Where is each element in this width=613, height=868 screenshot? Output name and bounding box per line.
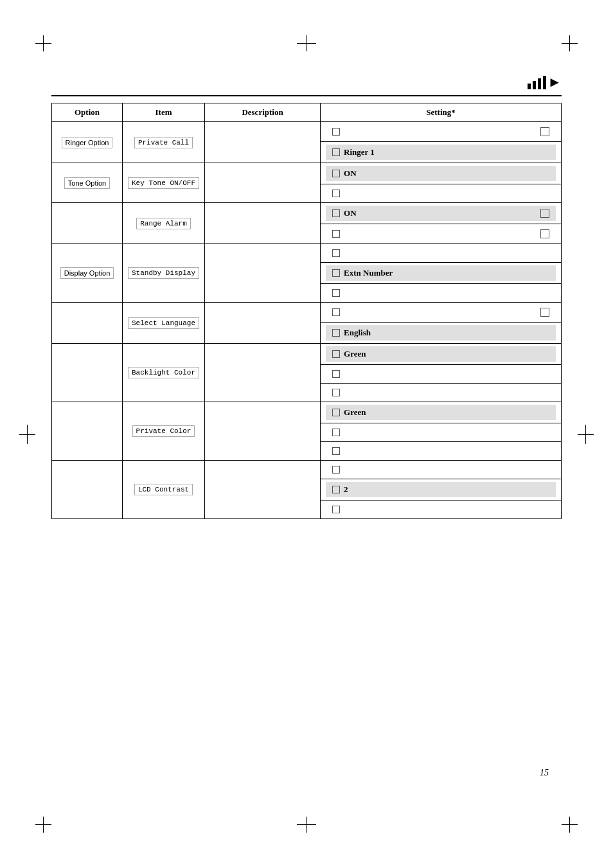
setting-entry xyxy=(326,368,556,380)
checkbox-keytone-1 xyxy=(332,170,340,177)
checkbox-ringer-2 xyxy=(332,148,340,156)
option-label-ringer: Ringer Option xyxy=(62,137,113,148)
side-mark-left xyxy=(19,425,35,444)
checkbox-lcd-3 xyxy=(332,506,340,513)
setting-entry xyxy=(326,227,556,241)
setting-entry xyxy=(326,426,556,439)
corner-mark-br xyxy=(558,813,578,833)
logo-bar-4 xyxy=(543,76,546,89)
cell-setting-standby-3 xyxy=(321,284,562,303)
setting-entry-highlighted: Ringer 1 xyxy=(326,145,556,160)
cell-option-backlight-empty xyxy=(52,344,123,402)
setting-entry xyxy=(326,386,556,399)
center-mark-bottom xyxy=(297,817,316,833)
checkbox-backlight-3 xyxy=(332,389,340,396)
center-mark-top xyxy=(297,35,316,51)
cell-setting-lcd-3 xyxy=(321,500,562,519)
cell-desc-rangealarm xyxy=(205,203,321,244)
setting-entry-highlighted: Extn Number xyxy=(326,265,556,281)
cell-setting-lcd-1 xyxy=(321,461,562,479)
item-label-language: Select Language xyxy=(128,317,199,329)
setting-label-range-on: ON xyxy=(344,208,357,218)
cell-setting-lang-2: English xyxy=(321,323,562,344)
cell-setting-standby-2: Extn Number xyxy=(321,263,562,284)
setting-entry xyxy=(326,305,556,319)
corner-mark-tr xyxy=(558,35,578,55)
cell-setting-private-call-2: Ringer 1 xyxy=(321,142,562,163)
setting-label-green-backlight: Green xyxy=(344,349,366,359)
item-label-backlight: Backlight Color xyxy=(128,367,199,378)
page-number: 15 xyxy=(540,768,549,778)
cell-desc-standby xyxy=(205,244,321,303)
options-table: Option Item Description Setting* Ringer … xyxy=(51,103,562,519)
checkbox-backlight-2 xyxy=(332,370,340,378)
logo-bars xyxy=(528,76,546,89)
checkbox-lang-1 xyxy=(332,308,340,316)
setting-label-extn: Extn Number xyxy=(344,268,393,278)
setting-label-green-private: Green xyxy=(344,407,366,418)
cell-item-language: Select Language xyxy=(123,303,205,344)
setting-label-lcd-2: 2 xyxy=(344,484,348,495)
table-row: Display Option Standby Display xyxy=(52,244,562,263)
logo-bar-1 xyxy=(528,84,531,89)
setting-label-ringer-1: Ringer 1 xyxy=(344,147,375,157)
corner-mark-bl xyxy=(35,813,55,833)
setting-entry xyxy=(326,187,556,200)
setting-entry xyxy=(326,503,556,516)
checkbox-right-ringer-1 xyxy=(540,127,549,136)
cell-item-rangealarm: Range Alarm xyxy=(123,203,205,244)
cell-item-private-call: Private Call xyxy=(123,122,205,163)
setting-entry-highlighted: Green xyxy=(326,405,556,420)
table-row: LCD Contrast xyxy=(52,461,562,479)
item-label-keytone: Key Tone ON/OFF xyxy=(128,177,199,189)
cell-setting-range-1: ON xyxy=(321,203,562,224)
table-row: Tone Option Key Tone ON/OFF ON xyxy=(52,163,562,184)
header-description: Description xyxy=(205,103,321,122)
checkbox-right-range-1 xyxy=(540,209,549,218)
setting-entry xyxy=(326,445,556,457)
cell-desc-private-call xyxy=(205,122,321,163)
cell-desc-language xyxy=(205,303,321,344)
cell-setting-backlight-1: Green xyxy=(321,344,562,365)
cell-option-tone: Tone Option xyxy=(52,163,123,203)
option-label-display: Display Option xyxy=(60,267,114,279)
cell-setting-private-call-1 xyxy=(321,122,562,142)
cell-option-lang-empty xyxy=(52,303,123,344)
setting-entry-highlighted: Green xyxy=(326,346,556,362)
cell-setting-private-color-2 xyxy=(321,423,562,442)
table-row: Ringer Option Private Call xyxy=(52,122,562,142)
checkbox-private-color-2 xyxy=(332,429,340,436)
cell-item-lcd: LCD Contrast xyxy=(123,461,205,519)
setting-entry xyxy=(326,287,556,299)
cell-desc-private-color xyxy=(205,402,321,461)
option-label-tone: Tone Option xyxy=(64,177,110,189)
checkbox-standby-3 xyxy=(332,289,340,297)
table-row: Backlight Color Green xyxy=(52,344,562,365)
cell-desc-keytone xyxy=(205,163,321,203)
cell-desc-backlight xyxy=(205,344,321,402)
cell-desc-lcd xyxy=(205,461,321,519)
setting-entry xyxy=(326,247,556,260)
checkbox-range-2 xyxy=(332,230,340,238)
setting-entry-highlighted: ON xyxy=(326,206,556,221)
table-header-row: Option Item Description Setting* xyxy=(52,103,562,122)
cell-setting-lcd-2: 2 xyxy=(321,479,562,500)
logo-bar-2 xyxy=(533,81,536,89)
logo-bar-3 xyxy=(538,78,541,89)
cell-item-backlight: Backlight Color xyxy=(123,344,205,402)
main-content: Option Item Description Setting* Ringer … xyxy=(51,103,562,519)
corner-mark-tl xyxy=(35,35,55,55)
table-row: Range Alarm ON xyxy=(52,203,562,224)
cell-item-private-color: Private Color xyxy=(123,402,205,461)
table-row: Private Color Green xyxy=(52,402,562,423)
checkbox-lang-2 xyxy=(332,329,340,337)
checkbox-private-color-3 xyxy=(332,447,340,455)
checkbox-backlight-1 xyxy=(332,350,340,358)
checkbox-ringer-1 xyxy=(332,128,340,136)
setting-entry xyxy=(326,463,556,476)
setting-entry-highlighted: 2 xyxy=(326,482,556,497)
cell-option-private-empty xyxy=(52,402,123,461)
cell-setting-private-color-1: Green xyxy=(321,402,562,423)
item-label-rangealarm: Range Alarm xyxy=(136,218,191,229)
setting-entry-highlighted: ON xyxy=(326,166,556,181)
